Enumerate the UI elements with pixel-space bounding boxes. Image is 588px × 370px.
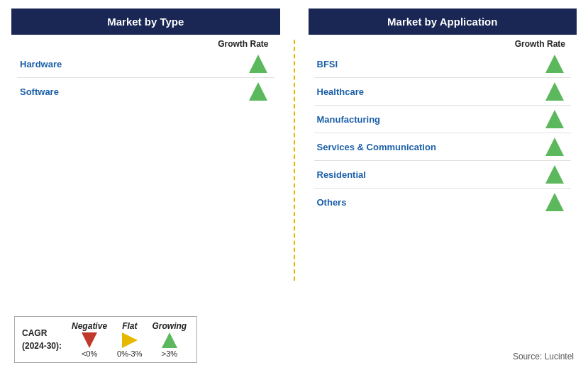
cagr-label: CAGR(2024-30):: [22, 327, 62, 352]
flat-value: 0%-3%: [117, 349, 142, 358]
growing-label: Growing: [152, 321, 187, 331]
dashed-divider-line: [294, 40, 295, 281]
table-row: BFSI: [314, 50, 572, 78]
others-label: Others: [317, 197, 347, 208]
healthcare-label: Healthcare: [317, 86, 364, 97]
right-panel-title: Market by Application: [309, 9, 577, 35]
table-row: Services & Communication: [314, 133, 572, 161]
arrow-up-icon: [545, 82, 564, 101]
software-label: Software: [20, 86, 59, 97]
bfsi-label: BFSI: [317, 59, 338, 69]
arrow-up-green-icon: [162, 332, 177, 348]
flat-label: Flat: [122, 321, 137, 331]
arrow-up-icon: [249, 55, 267, 73]
hardware-label: Hardware: [20, 59, 62, 69]
arrow-right-icon: [122, 332, 138, 348]
table-row: Residential: [314, 161, 572, 189]
source-label: Source: Lucintel: [513, 352, 574, 363]
right-growth-rate-label: Growth Rate: [314, 39, 572, 49]
legend-negative: Negative <0%: [72, 321, 107, 358]
arrow-up-icon: [545, 110, 564, 128]
divider: [280, 9, 309, 310]
left-growth-rate-label: Growth Rate: [17, 39, 274, 49]
arrow-up-icon: [545, 193, 564, 211]
legend-flat: Flat 0%-3%: [117, 321, 142, 358]
table-row: Others: [314, 189, 572, 215]
table-row: Manufacturing: [314, 106, 572, 133]
right-panel: Market by Application Growth Rate BFSI H…: [309, 9, 577, 310]
arrow-up-icon: [545, 55, 564, 73]
negative-label: Negative: [72, 321, 107, 331]
residential-label: Residential: [317, 169, 366, 180]
footer: CAGR(2024-30): Negative <0% Flat 0%-3% G…: [11, 316, 577, 363]
arrow-up-icon: [545, 138, 564, 156]
manufacturing-label: Manufacturing: [317, 114, 381, 125]
arrow-down-icon: [82, 332, 97, 348]
services-communication-label: Services & Communication: [317, 142, 436, 152]
left-panel: Market by Type Growth Rate Hardware Soft…: [11, 9, 280, 310]
table-row: Software: [17, 78, 274, 105]
arrow-up-icon: [249, 82, 267, 101]
legend-growing: Growing >3%: [152, 321, 187, 358]
table-row: Healthcare: [314, 78, 572, 106]
left-panel-title: Market by Type: [11, 9, 280, 35]
legend-box: CAGR(2024-30): Negative <0% Flat 0%-3% G…: [14, 316, 197, 363]
growing-value: >3%: [162, 349, 177, 358]
arrow-up-icon: [545, 165, 564, 184]
negative-value: <0%: [82, 349, 97, 358]
table-row: Hardware: [17, 50, 274, 78]
